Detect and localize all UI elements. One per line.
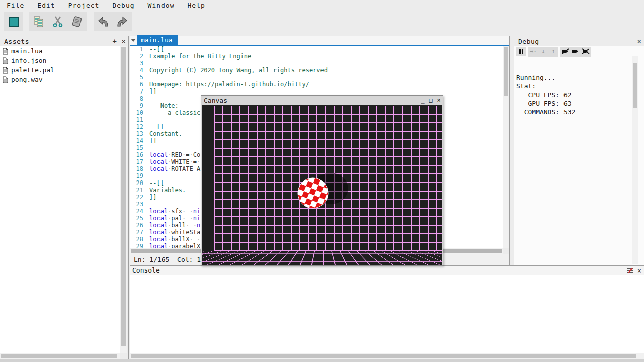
debug-close-button[interactable]: ×: [635, 37, 644, 46]
clear-console-button[interactable]: [626, 266, 635, 275]
line-number: 21: [130, 187, 143, 194]
line-number: 3: [130, 60, 143, 67]
assets-title: Assets: [0, 38, 110, 45]
menu-item[interactable]: Edit: [31, 2, 61, 9]
step-into-button[interactable]: ↓: [538, 47, 548, 56]
assets-close-button[interactable]: ×: [119, 37, 128, 46]
breakpoint-button[interactable]: [571, 47, 581, 56]
debug-vscroll-thumb[interactable]: [633, 63, 637, 108]
assets-vscrollbar[interactable]: [120, 46, 127, 353]
line-number: 6: [130, 81, 143, 88]
console-output[interactable]: [130, 275, 644, 353]
asset-item[interactable]: pong.wav: [0, 75, 120, 84]
disable-breakpoints-icon: [561, 48, 570, 54]
canvas-close-button[interactable]: ×: [435, 96, 443, 104]
clear-breakpoints-icon: [582, 48, 590, 54]
undo-button[interactable]: [94, 12, 113, 31]
code-text: local·whiteSta: [143, 229, 200, 236]
disable-breakpoints-button[interactable]: [560, 47, 571, 56]
menu-item[interactable]: File: [0, 2, 31, 9]
editor-vscroll-thumb[interactable]: [504, 47, 508, 96]
console-hscrollbar[interactable]: [130, 353, 644, 359]
assets-hscrollbar[interactable]: [0, 353, 120, 359]
pause-button[interactable]: [516, 47, 526, 56]
main-toolbar: [0, 10, 644, 34]
debug-status: Running...Stat: CPU FPS: 62 GPU FPS: 63 …: [516, 56, 627, 116]
asset-item[interactable]: palette.pal: [0, 65, 120, 75]
paste-button[interactable]: [67, 12, 87, 31]
console-hscroll-thumb[interactable]: [131, 354, 636, 358]
debug-status-line: Stat:: [516, 82, 627, 90]
code-text: local·RED·=·Co: [143, 151, 200, 158]
line-number: 25: [130, 215, 143, 222]
line-number: 2: [130, 53, 143, 60]
console-close-button[interactable]: ×: [635, 266, 644, 275]
game-canvas[interactable]: [202, 105, 442, 265]
asset-item[interactable]: main.lua: [0, 46, 120, 56]
code-text: local·sfx·=·ni: [143, 208, 200, 215]
grid-floor: [202, 251, 442, 265]
line-number: 14: [130, 137, 143, 144]
debug-title: Debug: [514, 38, 635, 45]
canvas-title: Canvas: [201, 97, 419, 104]
editor-vscrollbar[interactable]: [503, 46, 509, 248]
canvas-minimize-button[interactable]: _: [419, 96, 427, 104]
menu-item[interactable]: Help: [181, 2, 212, 9]
copy-button[interactable]: [29, 12, 48, 31]
step-out-icon: ↑: [551, 48, 555, 55]
add-asset-button[interactable]: +: [110, 37, 119, 46]
tab-main-lua[interactable]: main.lua: [137, 35, 178, 45]
stop-button[interactable]: [4, 12, 23, 31]
debug-vscrollbar[interactable]: [632, 56, 638, 264]
code-text: [143, 172, 149, 179]
cursor-position: Ln: 1/165 Col: 1: [134, 256, 201, 263]
breakpoint-icon: [572, 48, 580, 54]
assets-splitter[interactable]: [128, 36, 129, 360]
tab-dropdown-icon[interactable]: [130, 35, 137, 45]
code-text: --[[: [143, 46, 164, 53]
file-icon: [3, 48, 8, 55]
pause-icon: [519, 49, 523, 54]
cut-button[interactable]: [48, 12, 67, 31]
canvas-window[interactable]: Canvas _ □ ×: [201, 95, 443, 266]
line-number: 18: [130, 165, 143, 172]
canvas-maximize-button[interactable]: □: [427, 96, 435, 104]
console-title: Console: [130, 266, 626, 274]
assets-list: main.lua info.json palette.pal: [0, 46, 120, 353]
file-icon: [3, 57, 8, 64]
code-text: local·ROTATE_A: [143, 165, 200, 172]
step-over-button[interactable]: →·: [528, 47, 538, 56]
redo-button[interactable]: [113, 12, 132, 31]
assets-hscroll-thumb[interactable]: [1, 354, 117, 358]
asset-name: main.lua: [11, 47, 43, 55]
step-out-button[interactable]: ↑: [548, 47, 558, 56]
code-text: ]]: [143, 194, 156, 201]
canvas-titlebar[interactable]: Canvas _ □ ×: [201, 96, 443, 105]
editor-tabbar: main.lua: [130, 36, 509, 46]
stop-icon: [8, 16, 20, 28]
assets-vscroll-thumb[interactable]: [121, 47, 126, 346]
line-number: 24: [130, 208, 143, 215]
code-line: 1 --[[: [130, 46, 503, 53]
code-text: local·ballX·=·: [143, 236, 200, 243]
code-text: Variables.: [143, 187, 186, 194]
line-number: 9: [130, 102, 143, 109]
clear-breakpoints-button[interactable]: [581, 47, 591, 56]
code-text: [143, 144, 149, 151]
code-line: 4 Copyright (C) 2020 Tony Wang, all righ…: [130, 67, 503, 74]
debug-status-line: Running...: [516, 73, 627, 82]
code-text: ]]: [143, 88, 156, 95]
line-number: 28: [130, 236, 143, 243]
line-number: 16: [130, 151, 143, 158]
line-number: 26: [130, 222, 143, 229]
asset-name: palette.pal: [11, 66, 54, 74]
code-text: local·pal·=·ni: [143, 215, 200, 222]
editor-debug-splitter[interactable]: [509, 36, 510, 265]
menu-item[interactable]: Debug: [106, 2, 141, 9]
asset-item[interactable]: info.json: [0, 56, 120, 65]
code-text: [143, 116, 149, 123]
line-number: 8: [130, 95, 143, 102]
file-icon: [3, 76, 8, 83]
menu-item[interactable]: Project: [62, 2, 106, 9]
menu-item[interactable]: Window: [141, 2, 181, 9]
